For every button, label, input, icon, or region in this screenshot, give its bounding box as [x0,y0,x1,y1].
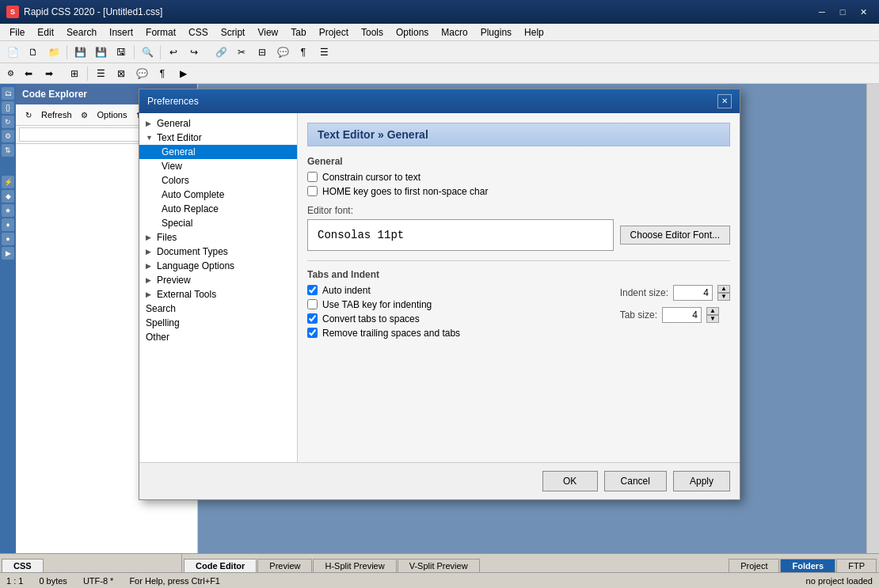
remove-trailing-checkbox[interactable] [307,328,318,338]
tabs-section-label: Tabs and Indent [307,269,730,280]
ok-button[interactable]: OK [542,471,598,491]
content-panel: Text Editor » General General Constrain … [298,113,740,462]
tab-size-down[interactable]: ▼ [706,315,719,323]
dialog-body: ▶ General ▼ Text Editor General View [139,113,740,462]
expand-icon-text-editor: ▼ [146,134,155,142]
tabs-indent-row: Auto indent Use TAB key for indenting Co… [307,285,730,342]
tab-size-input[interactable] [662,307,702,323]
tab-size-label: Tab size: [620,309,657,321]
constrain-cursor-label: Constrain cursor to text [322,172,420,183]
cancel-button[interactable]: Cancel [604,471,667,491]
tree-item-te-colors[interactable]: Colors [139,173,297,188]
tree-item-preview[interactable]: ▶ Preview [139,273,297,287]
convert-tabs-checkbox[interactable] [307,313,318,324]
app-window: S Rapid CSS 2020 - [Untitled1.css] ─ □ ✕… [0,0,879,588]
home-key-row: HOME key goes to first non-space char [307,186,730,197]
expand-icon-preview: ▶ [146,276,155,284]
convert-tabs-row: Convert tabs to spaces [307,313,611,324]
indent-size-input[interactable] [673,285,713,301]
dialog-title: Preferences [147,96,199,107]
auto-indent-label: Auto indent [322,285,371,296]
tree-item-other[interactable]: Other [139,330,297,344]
expand-icon-external-tools: ▶ [146,290,155,298]
use-tab-checkbox[interactable] [307,299,318,309]
auto-indent-checkbox[interactable] [307,285,318,295]
use-tab-row: Use TAB key for indenting [307,299,611,310]
tree-item-external-tools[interactable]: ▶ External Tools [139,287,297,302]
section-divider [307,260,730,261]
expand-icon-files: ▶ [146,233,155,241]
tab-size-up[interactable]: ▲ [706,307,719,315]
tree-item-files[interactable]: ▶ Files [139,230,297,245]
checkboxes-col: Auto indent Use TAB key for indenting Co… [307,285,611,342]
convert-tabs-label: Convert tabs to spaces [322,313,420,324]
home-key-label: HOME key goes to first non-space char [322,186,488,197]
remove-trailing-label: Remove trailing spaces and tabs [322,328,460,339]
constrain-cursor-checkbox[interactable] [307,172,318,182]
expand-icon-language-options: ▶ [146,262,155,270]
dialog-footer: OK Cancel Apply [139,462,740,499]
tree-item-language-options[interactable]: ▶ Language Options [139,259,297,273]
tree-item-text-editor[interactable]: ▼ Text Editor [139,131,297,145]
tree-item-te-general[interactable]: General [139,145,297,159]
dialog-overlay: Preferences ✕ ▶ General ▼ Text Editor [0,0,879,588]
tree-item-te-autocomplete[interactable]: Auto Complete [139,188,297,202]
tree-item-document-types[interactable]: ▶ Document Types [139,245,297,259]
apply-button[interactable]: Apply [673,471,730,491]
tree-item-te-view[interactable]: View [139,159,297,173]
indent-size-label: Indent size: [620,287,668,298]
dialog-close-button[interactable]: ✕ [717,94,732,108]
constrain-cursor-row: Constrain cursor to text [307,172,730,183]
tree-item-search[interactable]: Search [139,302,297,316]
tree-item-te-special[interactable]: Special [139,216,297,230]
home-key-checkbox[interactable] [307,186,318,196]
tree-item-spelling[interactable]: Spelling [139,316,297,330]
indent-size-row: Indent size: ▲ ▼ [620,285,730,301]
expand-icon-general: ▶ [146,119,155,127]
use-tab-label: Use TAB key for indenting [322,299,432,310]
tab-size-spinners: ▲ ▼ [706,307,719,323]
tree-item-general[interactable]: ▶ General [139,116,297,131]
editor-font-label: Editor font: [307,205,353,216]
remove-trailing-row: Remove trailing spaces and tabs [307,328,611,339]
expand-icon-document-types: ▶ [146,248,155,256]
tab-size-row: Tab size: ▲ ▼ [620,307,730,323]
content-title: Text Editor » General [307,123,730,146]
indent-size-spinners: ▲ ▼ [717,285,730,301]
indent-size-down[interactable]: ▼ [717,293,730,301]
preferences-dialog: Preferences ✕ ▶ General ▼ Text Editor [139,89,740,500]
tree-panel: ▶ General ▼ Text Editor General View [139,113,298,462]
general-section-label: General [307,156,730,167]
choose-font-button[interactable]: Choose Editor Font... [620,226,730,245]
indent-size-up[interactable]: ▲ [717,285,730,293]
tree-item-te-autoreplace[interactable]: Auto Replace [139,202,297,216]
font-display: Consolas 11pt [307,219,614,251]
auto-indent-row: Auto indent [307,285,611,296]
font-row: Consolas 11pt Choose Editor Font... [307,219,730,251]
dialog-titlebar: Preferences ✕ [139,89,740,113]
spinners-col: Indent size: ▲ ▼ Tab size: [620,285,730,323]
